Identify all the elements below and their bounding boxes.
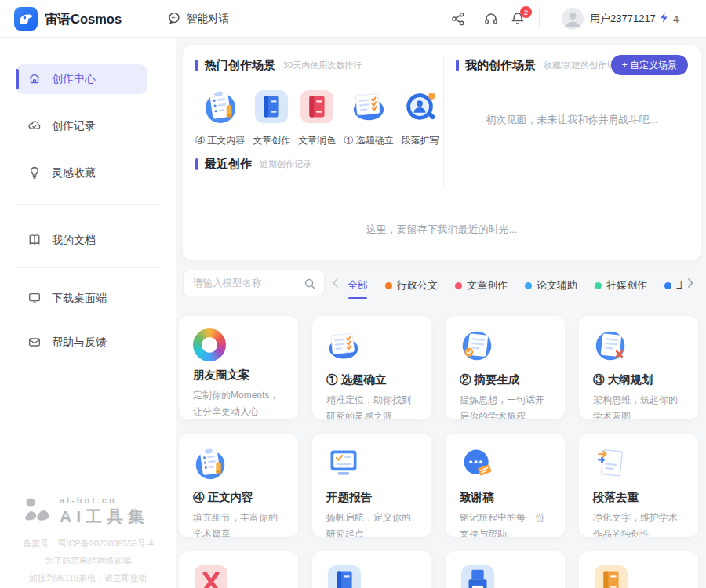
- category-dot: [525, 282, 532, 289]
- card-paragraph-dedup[interactable]: 段落去重 净化文字，维护学术作品的独创性: [579, 434, 698, 537]
- card-partial-3[interactable]: [446, 551, 565, 588]
- card-abstract-generation[interactable]: ② 摘要生成 提炼思想，一句话开启你的学术旅程: [446, 316, 565, 419]
- tab-all[interactable]: 全部: [348, 278, 368, 292]
- app-window: 宙语Cosmos 智能对话: [0, 0, 706, 588]
- chat-tag-icon: [460, 470, 494, 483]
- clipboard-pencil-icon: [202, 89, 238, 127]
- card-partial-2[interactable]: [312, 551, 431, 588]
- category-dot: [455, 282, 462, 289]
- report-check-icon: [326, 470, 361, 483]
- tab-work-efficiency[interactable]: 工作提: [664, 278, 682, 292]
- user-avatar[interactable]: [562, 8, 584, 30]
- hot-scene-body-content[interactable]: ④ 正文内容: [195, 89, 245, 147]
- section-accent-bar: [195, 60, 198, 71]
- scenes-panel: 热门创作场景 30天内使用次数排行: [183, 45, 701, 260]
- card-proposal-report[interactable]: 开题报告 扬帆启航，定义你的研究起点: [312, 434, 431, 537]
- monitor-icon: [27, 291, 42, 307]
- watermark-logo: ai-bot.cn AI工具集: [22, 494, 149, 528]
- card-moments-copy[interactable]: 朋友圈文案 定制你的Moments，让分享更动人心: [179, 316, 298, 419]
- category-dot: [385, 282, 392, 289]
- card-outline-planning[interactable]: ③ 大纲规划 架构思维，筑起你的学术蓝图: [579, 316, 698, 419]
- book-icon: [27, 233, 42, 249]
- sidebar-item-help-feedback[interactable]: 帮助与反馈: [16, 328, 147, 358]
- app-logo-icon[interactable]: [14, 7, 38, 31]
- cloud-icon: [27, 118, 42, 135]
- tabs-scroll-right-icon[interactable]: [685, 275, 696, 291]
- card-title: 段落去重: [593, 490, 686, 505]
- sidebar-item-inspiration[interactable]: 灵感收藏: [16, 158, 147, 188]
- notification-badge: 2: [520, 6, 532, 18]
- hot-scene-paragraph-expand[interactable]: 段落扩写: [402, 89, 439, 147]
- lightbulb-icon: [27, 165, 42, 182]
- card-title: 致谢稿: [460, 490, 552, 505]
- tab-label: 行政公文: [397, 278, 438, 292]
- chat-bubble-icon: [167, 11, 181, 27]
- credits-value: 4: [673, 13, 679, 25]
- card-acknowledgement[interactable]: 致谢稿 铭记旅程中的每一份支持与帮助: [446, 434, 565, 537]
- category-tabs: 全部 行政公文 文章创作 论文辅助 社媒创作 工作提: [348, 270, 682, 301]
- top-bar: 宙语Cosmos 智能对话: [0, 0, 706, 38]
- card-title: ④ 正文内容: [193, 490, 286, 505]
- hot-scene-topic-selection[interactable]: ① 选题确立: [344, 89, 393, 147]
- sidebar-item-creation-center[interactable]: 创作中心: [16, 64, 147, 94]
- card-body-content[interactable]: ④ 正文内容 填充细节，丰富你的学术篇章: [179, 434, 298, 537]
- tabs-scroll-left-icon[interactable]: [330, 275, 341, 291]
- panel-divider: [443, 56, 444, 187]
- card-title: ② 摘要生成: [460, 372, 552, 387]
- share-icon[interactable]: [450, 11, 466, 27]
- hot-scene-label: ④ 正文内容: [195, 134, 245, 147]
- tab-label: 论文辅助: [537, 278, 577, 292]
- card-partial-1[interactable]: [179, 551, 298, 588]
- hot-scene-label: 文章创作: [253, 134, 290, 147]
- username-label[interactable]: 用户23771217: [590, 0, 656, 38]
- sidebar-item-label: 下载桌面端: [52, 292, 107, 306]
- tab-label: 社媒创作: [606, 278, 647, 292]
- my-scenes-title: 我的创作场景: [465, 58, 536, 73]
- sidebar-item-label: 创作记录: [52, 119, 96, 133]
- hot-scene-article-polish[interactable]: 文章润色: [298, 89, 336, 147]
- hot-scene-article-creation[interactable]: 文章创作: [253, 89, 290, 147]
- card-desc: 填充细节，丰富你的学术篇章: [193, 510, 286, 537]
- nav-smart-chat-label: 智能对话: [187, 12, 229, 26]
- tab-social-media[interactable]: 社媒创作: [595, 278, 647, 292]
- tab-thesis-assist[interactable]: 论文辅助: [525, 278, 577, 292]
- sidebar: 创作中心 创作记录 灵感收藏: [0, 38, 176, 588]
- header-divider: [539, 9, 540, 28]
- search-icon[interactable]: [304, 278, 316, 290]
- custom-scene-button[interactable]: + 自定义场景: [611, 55, 688, 75]
- category-dot: [664, 282, 671, 289]
- credits-counter[interactable]: 4: [659, 0, 679, 38]
- card-title: 朋友圈文案: [193, 368, 286, 383]
- doc-checklist-icon: [351, 89, 387, 127]
- doc-arrows-icon: [593, 470, 628, 483]
- main-content: 热门创作场景 30天内使用次数排行: [176, 38, 706, 588]
- sidebar-divider: [16, 267, 160, 268]
- watermark-site: ai-bot.cn: [60, 495, 149, 505]
- card-partial-4[interactable]: [579, 551, 698, 588]
- sidebar-item-download-desktop[interactable]: 下载桌面端: [16, 284, 147, 314]
- card-desc: 铭记旅程中的每一份支持与帮助: [460, 510, 552, 537]
- color-wheel-icon: [193, 328, 226, 361]
- section-accent-bar: [195, 158, 198, 170]
- card-desc: 精准定位，助你找到研究的灵感之源: [326, 392, 419, 419]
- mail-icon: [27, 335, 42, 351]
- sidebar-footer: 备案号：蜀ICP备2023039559号-4 为了防范电信网络诈骗 如接到961…: [0, 535, 176, 586]
- card-topic-selection[interactable]: ① 选题确立 精准定位，助你找到研究的灵感之源: [312, 316, 431, 419]
- card-title: ① 选题确立: [326, 372, 419, 387]
- doc-badge-check-icon: [460, 352, 494, 365]
- sidebar-item-creation-records[interactable]: 创作记录: [16, 111, 147, 141]
- nav-smart-chat[interactable]: 智能对话: [167, 0, 229, 38]
- tab-label: 工作提: [676, 278, 682, 292]
- active-tab-underline: [348, 297, 367, 299]
- notification-bell-icon[interactable]: 2: [510, 11, 526, 27]
- hot-scene-label: ① 选题确立: [344, 134, 393, 147]
- tab-official-documents[interactable]: 行政公文: [385, 278, 438, 292]
- model-search: [183, 270, 325, 296]
- red-book-icon: [299, 89, 335, 127]
- sidebar-item-my-documents[interactable]: 我的文档: [16, 226, 147, 256]
- doc-checklist-icon: [326, 352, 361, 365]
- magnifier-person-icon: [402, 89, 439, 127]
- headset-icon[interactable]: [483, 11, 499, 27]
- card-desc: 架构思维，筑起你的学术蓝图: [593, 392, 686, 419]
- tab-article-creation[interactable]: 文章创作: [455, 278, 508, 292]
